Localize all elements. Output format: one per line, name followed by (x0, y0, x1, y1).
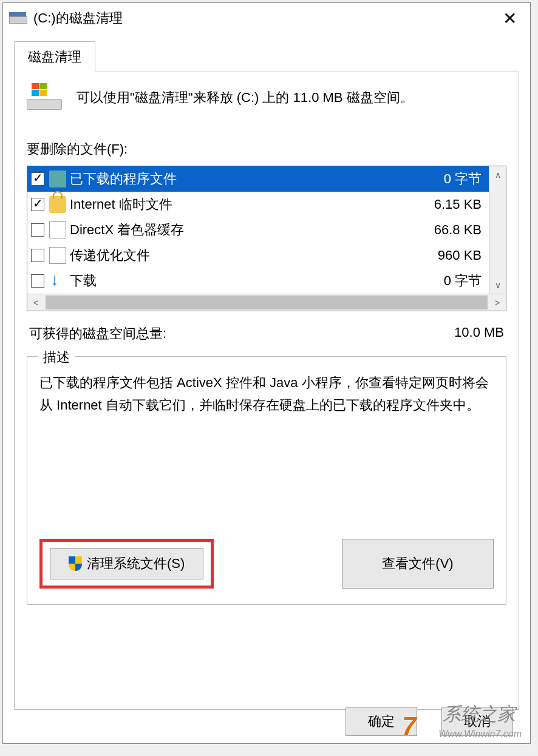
checkbox[interactable] (31, 172, 44, 186)
description-legend: 描述 (38, 348, 75, 366)
file-row[interactable]: 已下载的程序文件0 字节 (27, 166, 489, 192)
checkbox[interactable] (31, 198, 44, 211)
file-row[interactable]: 传递优化文件960 KB (27, 243, 489, 268)
file-row[interactable]: Internet 临时文件6.15 KB (27, 192, 489, 217)
scrollbar-thumb[interactable] (46, 295, 488, 309)
titlebar: (C:)的磁盘清理 ✕ (3, 3, 530, 33)
horizontal-scrollbar[interactable]: < > (27, 294, 506, 311)
view-files-button[interactable]: 查看文件(V) (342, 539, 494, 589)
uac-shield-icon (69, 556, 82, 571)
close-button[interactable]: ✕ (495, 6, 524, 31)
disk-cleanup-window: (C:)的磁盘清理 ✕ 磁盘清理 可以使用"磁盘清理"来释放 (C:) 上的 1… (2, 2, 531, 744)
window-title: (C:)的磁盘清理 (33, 9, 123, 27)
folder-icon (49, 170, 66, 187)
file-name: 已下载的程序文件 (70, 170, 444, 188)
gain-value: 10.0 MB (454, 325, 504, 343)
tab-header: 磁盘清理 (14, 41, 519, 72)
file-size: 66.8 KB (434, 222, 485, 238)
summary-row: 可以使用"磁盘清理"来释放 (C:) 上的 11.0 MB 磁盘空间。 (27, 84, 506, 110)
summary-text: 可以使用"磁盘清理"来释放 (C:) 上的 11.0 MB 磁盘空间。 (77, 87, 414, 107)
highlight-red-box: 清理系统文件(S) (39, 539, 214, 589)
scroll-right-icon[interactable]: > (489, 294, 506, 311)
file-list-body[interactable]: 已下载的程序文件0 字节Internet 临时文件6.15 KBDirectX … (27, 166, 489, 294)
file-list: 已下载的程序文件0 字节Internet 临时文件6.15 KBDirectX … (27, 166, 506, 311)
file-name: Internet 临时文件 (70, 195, 434, 214)
scroll-down-icon[interactable]: ∨ (489, 277, 506, 294)
watermark-brand: 系统之家 (443, 702, 516, 727)
tab-disk-cleanup[interactable]: 磁盘清理 (14, 41, 95, 72)
clean-system-files-button[interactable]: 清理系统文件(S) (50, 548, 203, 579)
scroll-left-icon[interactable]: < (27, 294, 44, 311)
checkbox[interactable] (31, 249, 44, 262)
tab-content: 可以使用"磁盘清理"来释放 (C:) 上的 11.0 MB 磁盘空间。 要删除的… (14, 72, 519, 710)
checkbox[interactable] (31, 223, 44, 237)
watermark-logo: 7 (402, 712, 416, 741)
tab-container: 磁盘清理 可以使用"磁盘清理"来释放 (C:) 上的 11.0 MB 磁盘空间。… (3, 33, 530, 710)
file-name: DirectX 着色器缓存 (70, 221, 434, 239)
file-row[interactable]: 下载0 字节 (27, 268, 489, 294)
description-button-row: 清理系统文件(S) 查看文件(V) (39, 539, 494, 589)
scroll-up-icon[interactable]: ∧ (489, 166, 506, 183)
files-to-delete-label: 要删除的文件(F): (27, 140, 506, 158)
clean-system-files-label: 清理系统文件(S) (87, 555, 185, 573)
view-files-label: 查看文件(V) (382, 555, 453, 573)
checkbox[interactable] (31, 274, 44, 288)
file-row[interactable]: DirectX 着色器缓存66.8 KB (27, 217, 489, 243)
file-name: 下载 (70, 272, 444, 290)
file-name: 传递优化文件 (70, 246, 438, 265)
watermark: 7 系统之家 Www.Winwin7.com (438, 729, 522, 740)
description-text: 已下载的程序文件包括 ActiveX 控件和 Java 小程序，你查看特定网页时… (39, 371, 494, 417)
file-size: 0 字节 (444, 272, 485, 290)
watermark-url: Www.Winwin7.com (438, 729, 522, 739)
file-size: 6.15 KB (434, 197, 485, 212)
file-icon (49, 247, 66, 264)
file-size: 960 KB (438, 248, 485, 263)
description-group: 描述 已下载的程序文件包括 ActiveX 控件和 Java 小程序，你查看特定… (27, 356, 506, 605)
drive-icon (9, 12, 29, 24)
gain-label: 可获得的磁盘空间总量: (29, 325, 166, 343)
disk-icon (27, 84, 63, 110)
lock-icon (49, 196, 66, 213)
file-icon (49, 221, 66, 238)
arrow-icon (49, 272, 66, 289)
file-size: 0 字节 (444, 170, 485, 188)
gain-row: 可获得的磁盘空间总量: 10.0 MB (29, 325, 504, 343)
vertical-scrollbar[interactable]: ∧ ∨ (489, 166, 506, 294)
